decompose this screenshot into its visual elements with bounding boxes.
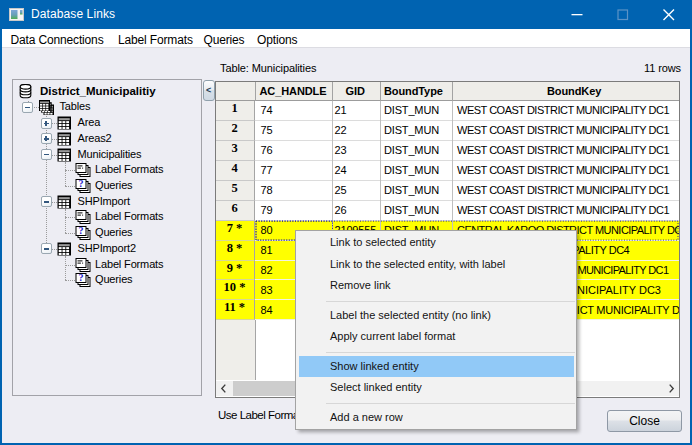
svg-text:?: ? — [78, 179, 83, 189]
svg-text:?: ? — [78, 226, 83, 236]
svg-text:?: ? — [78, 273, 83, 283]
